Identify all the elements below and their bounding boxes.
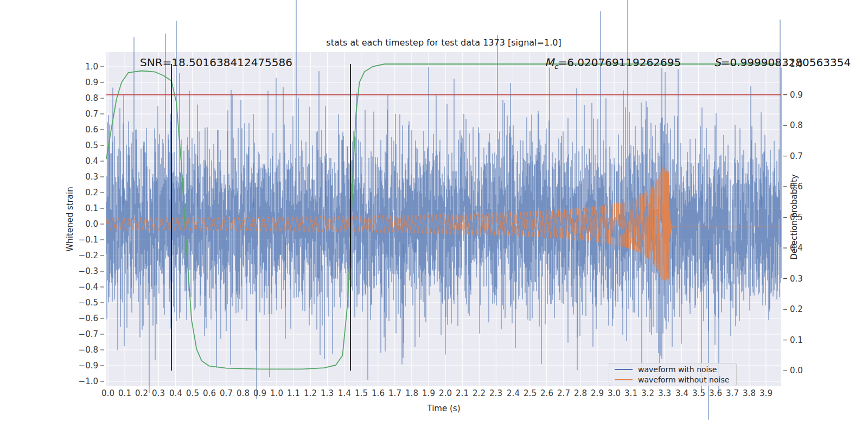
x-tick-label: 2.0	[439, 388, 452, 398]
x-tick-label: 2.9	[591, 388, 604, 398]
chirp-mass-symbol: M	[545, 56, 554, 69]
chart-title: stats at each timestep for test data 137…	[106, 37, 781, 48]
chirp-mass-value: =6.020769119262695	[558, 56, 681, 69]
annotation-chirp-mass: Mc=6.020769119262695	[545, 56, 681, 71]
x-tick-label: 3.4	[675, 388, 688, 398]
y-right-tick-label: 0.7	[790, 151, 803, 161]
y-right-tick-label: 0.3	[790, 274, 803, 284]
y-left-tick-label: −0.9	[79, 361, 98, 371]
x-tick-label: 3.7	[726, 388, 739, 398]
y-left-tick-label: 1.0	[85, 62, 98, 72]
x-tick-label: 2.6	[540, 388, 553, 398]
y-right-tick-label: 1.0	[790, 59, 803, 69]
x-tick-label: 1.4	[338, 388, 351, 398]
y-left-tick-label: −0.7	[79, 329, 98, 339]
x-tick-label: 3.3	[658, 388, 671, 398]
y-left-tick-label: 0.6	[85, 125, 98, 135]
x-tick-label: 3.2	[641, 388, 654, 398]
y-left-tick-label: −1.0	[79, 376, 98, 386]
x-tick-label: 0.2	[135, 388, 148, 398]
x-tick-label: 1.2	[304, 388, 317, 398]
y-right-tick-label: 0.4	[790, 243, 803, 253]
y-left-tick-label: 0.4	[85, 156, 98, 166]
legend-line-swatch-orange	[615, 379, 633, 380]
x-tick-label: 0.8	[237, 388, 250, 398]
y-left-tick-label: −0.6	[79, 314, 98, 323]
x-tick-label: 2.4	[507, 388, 520, 398]
x-tick-label: 1.1	[287, 388, 300, 398]
x-tick-label: 1.7	[388, 388, 401, 398]
y-left-tick-label: 0.7	[85, 109, 98, 119]
legend-label: waveform with noise	[638, 365, 717, 374]
legend: waveform with noise waveform without noi…	[609, 363, 737, 386]
x-tick-label: 2.7	[557, 388, 570, 398]
y-left-tick-label: 0.1	[85, 203, 98, 213]
x-tick-label: 1.8	[405, 388, 418, 398]
y-right-tick-label: 0.5	[790, 213, 803, 222]
x-tick-label: 1.6	[372, 388, 385, 398]
x-tick-label: 1.9	[422, 388, 435, 398]
x-tick-label: 0.6	[203, 388, 216, 398]
annotation-snr: SNR=18.501638412475586	[140, 56, 292, 69]
y-right-tick-label: 0.0	[790, 366, 803, 375]
x-tick-label: 0.9	[253, 388, 266, 398]
x-tick-label: 2.8	[574, 388, 587, 398]
y-left-tick-label: 0.0	[85, 219, 98, 229]
y-left-tick-label: 0.2	[85, 188, 98, 197]
legend-item-without-noise: waveform without noise	[615, 375, 731, 384]
x-tick-label: 2.2	[473, 388, 486, 398]
x-tick-label: 3.0	[608, 388, 621, 398]
y-right-tick-label: 0.1	[790, 335, 803, 345]
x-tick-label: 1.5	[355, 388, 368, 398]
x-tick-label: 0.1	[118, 388, 131, 398]
x-tick-label: 3.8	[743, 388, 756, 398]
s-symbol: S	[714, 56, 721, 69]
x-tick-label: 0.3	[152, 388, 165, 398]
y-left-tick-label: 0.5	[85, 141, 98, 150]
legend-label: waveform without noise	[638, 375, 729, 384]
x-tick-label: 0.0	[101, 388, 114, 398]
y-right-tick-label: 0.2	[790, 304, 803, 314]
x-tick-label: 2.3	[489, 388, 502, 398]
y-left-tick-label: −0.5	[79, 298, 98, 308]
x-tick-label: 0.5	[186, 388, 199, 398]
x-tick-label: 3.5	[692, 388, 705, 398]
y-left-tick-label: 0.3	[85, 172, 98, 182]
figure: stats at each timestep for test data 137…	[0, 0, 868, 434]
x-tick-label: 0.4	[169, 388, 182, 398]
x-tick-label: 3.6	[709, 388, 722, 398]
y-left-tick-label: −0.4	[79, 282, 98, 292]
x-tick-label: 2.1	[456, 388, 469, 398]
y-right-tick-label: 0.8	[790, 120, 803, 130]
x-axis-label: Time (s)	[106, 404, 781, 413]
y-axis-label-left: Whitened strain	[65, 187, 75, 251]
legend-line-swatch-blue	[615, 369, 633, 370]
y-left-tick-label: −0.3	[79, 266, 98, 276]
y-left-tick-label: −0.8	[79, 345, 98, 355]
x-tick-label: 3.1	[624, 388, 637, 398]
x-tick-label: 0.7	[220, 388, 233, 398]
y-right-tick-label: 0.6	[790, 182, 803, 192]
s-value: =0.9999083280563354	[721, 56, 851, 69]
y-right-tick-label: 0.9	[790, 90, 803, 100]
x-tick-label: 3.9	[760, 388, 773, 398]
y-left-tick-label: 0.9	[85, 78, 98, 87]
x-tick-label: 1.3	[321, 388, 334, 398]
x-tick-label: 1.0	[270, 388, 283, 398]
annotation-s-statistic: S=0.9999083280563354	[714, 56, 851, 69]
legend-item-with-noise: waveform with noise	[615, 365, 731, 374]
y-left-tick-label: −0.2	[79, 251, 98, 260]
y-left-tick-label: −0.1	[79, 235, 98, 245]
x-tick-label: 2.5	[524, 388, 537, 398]
y-left-tick-label: 0.8	[85, 93, 98, 103]
